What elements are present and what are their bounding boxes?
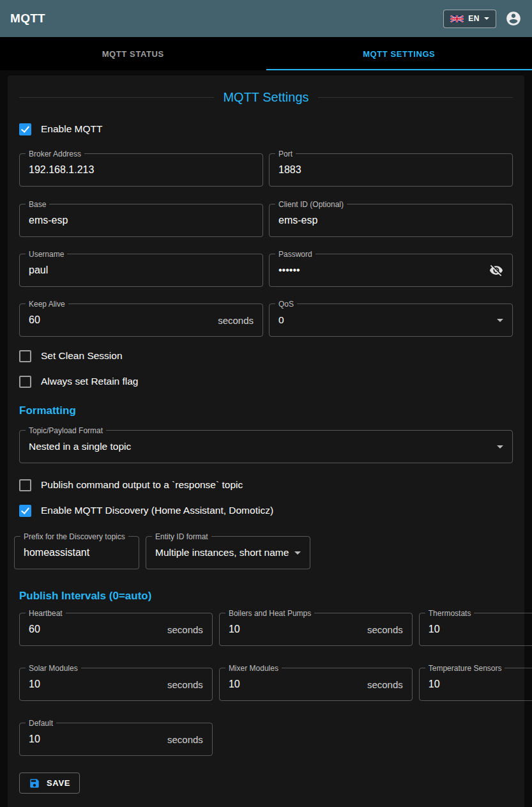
chevron-down-icon: [484, 17, 489, 20]
uk-flag-icon: [450, 15, 464, 22]
field-label: Mixer Modules: [225, 664, 282, 673]
broker-address-input[interactable]: [29, 164, 254, 176]
unit-suffix: seconds: [218, 315, 254, 326]
app-bar: MQTT EN: [0, 0, 532, 37]
interval-temperature-input[interactable]: [429, 679, 532, 690]
interval-heartbeat-input[interactable]: [29, 624, 161, 635]
base-input[interactable]: [29, 215, 254, 226]
retain-flag-checkbox[interactable]: Always set Retain flag: [19, 374, 513, 389]
save-button[interactable]: SAVE: [19, 772, 80, 794]
toggle-password-visibility-button[interactable]: [489, 263, 503, 277]
formatting-heading: Formatting: [19, 404, 513, 417]
dropdown-arrow-icon: [497, 319, 503, 322]
field-label: Topic/Payload Format: [26, 426, 106, 435]
divider-line: [318, 97, 513, 98]
mqtt-discovery-checkbox[interactable]: Enable MQTT Discovery (Home Assistant, D…: [19, 503, 513, 518]
clean-session-checkbox[interactable]: Set Clean Session: [19, 348, 513, 364]
checkbox-label: Enable MQTT: [41, 123, 102, 135]
credentials-row: Username Password: [19, 254, 513, 287]
checkbox-icon: [19, 350, 31, 362]
unit-suffix: seconds: [367, 679, 403, 690]
publish-intervals-grid: Heartbeat seconds Boilers and Heat Pumps…: [19, 613, 513, 756]
field-label: Entity ID format: [152, 532, 211, 541]
selected-value: 0: [278, 314, 492, 326]
unit-suffix: seconds: [167, 624, 203, 635]
field-label: Username: [26, 250, 67, 259]
language-selector-button[interactable]: EN: [443, 10, 496, 28]
interval-solar-field: Solar Modules seconds: [19, 668, 213, 701]
password-input[interactable]: [278, 265, 484, 276]
discovery-options-row: Prefix for the Discovery topics Entity I…: [14, 536, 513, 569]
unit-suffix: seconds: [167, 734, 203, 745]
field-label: Heartbeat: [26, 609, 66, 618]
field-label: Broker Address: [26, 150, 84, 158]
checkbox-label: Enable MQTT Discovery (Home Assistant, D…: [41, 505, 273, 516]
field-label: Client ID (Optional): [275, 200, 347, 209]
language-label: EN: [468, 14, 480, 23]
keepalive-qos-row: Keep Alive seconds QoS 0: [19, 304, 513, 337]
entity-id-format-select[interactable]: Entity ID format Multiple instances, sho…: [146, 536, 310, 569]
unit-suffix: seconds: [167, 679, 203, 690]
tab-mqtt-settings[interactable]: MQTT SETTINGS: [266, 37, 532, 70]
base-field: Base: [19, 204, 263, 237]
interval-default-field: Default seconds: [19, 723, 213, 756]
password-field: Password: [269, 254, 513, 287]
interval-mixer-field: Mixer Modules seconds: [219, 668, 413, 701]
interval-default-input[interactable]: [29, 734, 161, 745]
checkbox-label: Set Clean Session: [41, 350, 123, 362]
field-label: Boilers and Heat Pumps: [225, 609, 314, 618]
active-tab-indicator: [266, 69, 532, 70]
discovery-prefix-input[interactable]: [24, 547, 130, 558]
divider-line: [19, 97, 214, 98]
client-id-input[interactable]: [278, 215, 503, 226]
checkbox-icon: [19, 123, 31, 135]
field-label: Port: [275, 150, 296, 158]
keep-alive-field: Keep Alive seconds: [19, 304, 263, 337]
save-button-label: SAVE: [47, 778, 70, 788]
dropdown-arrow-icon: [294, 551, 301, 555]
field-label: Prefix for the Discovery topics: [20, 532, 128, 541]
username-input[interactable]: [29, 265, 254, 276]
broker-address-field: Broker Address: [19, 153, 263, 187]
page-title-divider: MQTT Settings: [19, 88, 513, 106]
account-button[interactable]: [505, 10, 522, 27]
interval-temperature-field: Temperature Sensors seconds: [419, 668, 532, 701]
visibility-off-icon: [489, 263, 503, 277]
field-label: Base: [26, 200, 49, 209]
topic-payload-format-select[interactable]: Topic/Payload Format Nested in a single …: [19, 430, 513, 463]
interval-boilers-field: Boilers and Heat Pumps seconds: [219, 613, 413, 646]
enable-mqtt-checkbox[interactable]: Enable MQTT: [19, 121, 513, 137]
field-label: Password: [275, 250, 315, 259]
settings-card: MQTT Settings Enable MQTT Broker Address…: [8, 75, 524, 807]
checkbox-icon: [19, 505, 31, 517]
publish-response-checkbox[interactable]: Publish command output to a `response` t…: [19, 477, 513, 493]
broker-port-row: Broker Address Port: [19, 153, 513, 187]
keep-alive-input[interactable]: [29, 314, 211, 326]
dropdown-arrow-icon: [497, 445, 503, 449]
base-clientid-row: Base Client ID (Optional): [19, 204, 513, 237]
checkbox-icon: [19, 376, 31, 388]
checkbox-label: Always set Retain flag: [41, 376, 139, 387]
interval-heartbeat-field: Heartbeat seconds: [19, 613, 213, 646]
field-label: Temperature Sensors: [425, 664, 505, 673]
interval-thermostats-input[interactable]: [429, 624, 532, 635]
checkbox-icon: [19, 479, 31, 491]
page-title: MQTT Settings: [223, 90, 308, 105]
interval-mixer-input[interactable]: [229, 679, 361, 690]
selected-value: Nested in a single topic: [29, 441, 492, 452]
field-label: QoS: [275, 300, 297, 309]
port-input[interactable]: [278, 164, 503, 176]
qos-select[interactable]: QoS 0: [269, 304, 513, 337]
client-id-field: Client ID (Optional): [269, 204, 513, 237]
unit-suffix: seconds: [367, 624, 403, 635]
field-label: Solar Modules: [26, 664, 81, 673]
selected-value: Multiple instances, short name: [155, 547, 289, 558]
publish-intervals-heading: Publish Intervals (0=auto): [19, 590, 513, 603]
tab-mqtt-status[interactable]: MQTT STATUS: [0, 37, 266, 70]
save-icon: [29, 778, 40, 789]
field-label: Keep Alive: [26, 300, 68, 309]
port-field: Port: [269, 153, 513, 187]
interval-boilers-input[interactable]: [229, 624, 361, 635]
account-circle-icon: [505, 10, 522, 27]
interval-solar-input[interactable]: [29, 679, 161, 690]
